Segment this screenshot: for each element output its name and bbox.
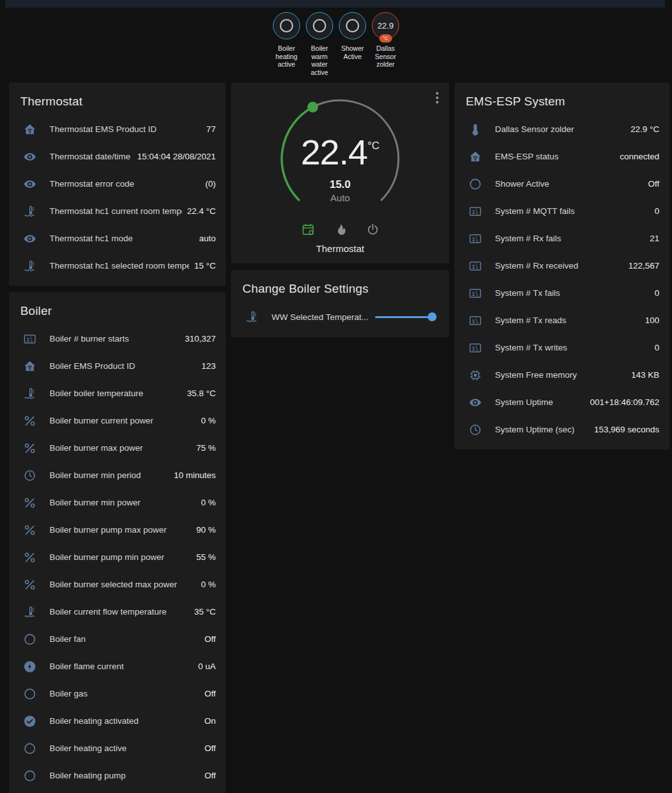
percent-icon xyxy=(20,578,39,592)
entity-value: 35.8 °C xyxy=(182,389,226,398)
entity-value: 0 % xyxy=(196,416,226,425)
entity-value: 35 °C xyxy=(189,607,226,616)
entity-row-thermostat-hc1-mode[interactable]: Thermostat hc1 modeauto xyxy=(9,225,226,252)
entity-row-boiler-burner-pump-min-power[interactable]: Boiler burner pump min power55 % xyxy=(9,543,226,571)
entity-row-system-tx-reads[interactable]: 125System # Tx reads100 xyxy=(454,307,669,334)
entity-row-thermostat-ems-product-id[interactable]: Thermostat EMS Product ID77 xyxy=(9,116,226,143)
entity-row-boiler-heating-pump[interactable]: Boiler heating pumpOff xyxy=(9,762,226,789)
hvac-mode-auto-button[interactable] xyxy=(300,221,317,238)
ww-selected-temperature-row[interactable]: WW Selected Temperat... xyxy=(231,303,449,331)
entity-row-boiler-heating-active[interactable]: Boiler heating activeOff xyxy=(9,735,226,762)
entity-value: 122,567 xyxy=(623,261,669,270)
entity-value: connected xyxy=(615,152,669,161)
entity-label: Thermostat EMS Product ID xyxy=(49,124,201,134)
entity-row-thermostat-date-time[interactable]: Thermostat date/time15:04:04 28/08/2021 xyxy=(9,143,226,170)
hvac-mode-off-button[interactable] xyxy=(364,221,381,238)
entity-row-ems-esp-status[interactable]: EMS-ESP statusconnected xyxy=(454,143,669,170)
entity-value: 21 xyxy=(645,234,669,243)
entity-label: Boiler gas xyxy=(49,689,199,698)
entity-row-boiler-boiler-temperature[interactable]: Boiler boiler temperature35.8 °C xyxy=(9,380,226,407)
entity-value: 0 uA xyxy=(193,662,226,671)
entity-row-system-uptime-sec[interactable]: System Uptime (sec)153,969 seconds xyxy=(454,416,669,443)
entity-row-thermostat-error-code[interactable]: Thermostat error code(0) xyxy=(9,170,226,197)
counter-icon: 125 xyxy=(466,314,485,328)
card-title-boiler: Boiler xyxy=(9,292,226,325)
entity-label: Boiler burner min period xyxy=(49,470,169,480)
entity-label: Shower Active xyxy=(495,179,643,189)
kebab-menu-icon[interactable] xyxy=(434,90,440,105)
badge-dallas-sensor-zolder[interactable]: 22.9°CDallas Sensor zolder xyxy=(370,12,402,76)
clock-icon xyxy=(466,423,485,437)
entity-row-system-uptime[interactable]: System Uptime001+18:46:09.762 xyxy=(454,389,669,416)
hvac-mode-heat-button[interactable] xyxy=(332,221,349,238)
entity-row-system-tx-writes[interactable]: 125System # Tx writes0 xyxy=(454,334,669,361)
entity-value: 0 xyxy=(649,288,669,298)
entity-label: System Uptime (sec) xyxy=(495,425,589,434)
thermometer-water-icon xyxy=(20,259,39,273)
counter-icon: 125 xyxy=(466,259,485,273)
entity-row-boiler-ems-product-id[interactable]: Boiler EMS Product ID123 xyxy=(9,352,226,380)
entity-row-boiler-current-flow-temperature[interactable]: Boiler current flow temperature35 °C xyxy=(9,598,226,625)
entity-label: Boiler burner max power xyxy=(49,443,191,453)
entity-label: Dallas Sensor zolder xyxy=(495,124,626,134)
entity-row-dallas-sensor-zolder[interactable]: Dallas Sensor zolder22.9 °C xyxy=(454,116,669,143)
entity-value: Off xyxy=(199,771,226,780)
entity-row-boiler-burner-current-power[interactable]: Boiler burner current power0 % xyxy=(9,407,226,434)
entity-row-boiler-burner-starts[interactable]: 125Boiler # burner starts310,327 xyxy=(9,325,226,352)
entity-row-boiler-flame-current[interactable]: Boiler flame current0 uA xyxy=(9,653,226,680)
entity-row-boiler-burner-pump-max-power[interactable]: Boiler burner pump max power90 % xyxy=(9,516,226,543)
entity-row-system-free-memory[interactable]: System Free memory143 KB xyxy=(454,361,669,389)
dial-handle xyxy=(307,102,318,112)
entity-row-thermostat-hc1-selected-room-temper[interactable]: Thermostat hc1 selected room temper...15… xyxy=(9,252,226,279)
circle-outline-icon xyxy=(20,769,39,783)
svg-text:5: 5 xyxy=(476,238,478,242)
entity-value: Off xyxy=(199,689,226,698)
entity-row-shower-active[interactable]: Shower ActiveOff xyxy=(454,170,669,197)
entity-row-boiler-burner-min-period[interactable]: Boiler burner min period10 minutes xyxy=(9,462,226,489)
target-temperature: 15.0 xyxy=(231,178,449,191)
entity-row-system-mqtt-fails[interactable]: 125System # MQTT fails0 xyxy=(454,197,669,225)
entity-row-thermostat-hc1-current-room-temper[interactable]: Thermostat hc1 current room temper...22.… xyxy=(9,197,226,225)
entity-value: 0 % xyxy=(196,580,226,589)
thermometer-water-icon xyxy=(242,310,261,324)
entity-row-boiler-fan[interactable]: Boiler fanOff xyxy=(9,625,226,653)
svg-text:5: 5 xyxy=(476,265,478,269)
badge-circle xyxy=(273,12,300,39)
entity-label: Boiler heating active xyxy=(49,743,199,753)
badge-boiler-warm-water-active[interactable]: Boiler warm water active xyxy=(304,12,336,76)
percent-icon xyxy=(20,441,39,455)
badge-shower-active[interactable]: Shower Active xyxy=(337,12,369,76)
entity-row-boiler-gas[interactable]: Boiler gasOff xyxy=(9,680,226,707)
badge-value: 22.9 xyxy=(378,21,393,30)
entity-label: EMS-ESP status xyxy=(495,152,615,161)
entity-value: 0 xyxy=(649,343,669,352)
badge-circle xyxy=(339,12,366,39)
ww-temperature-slider[interactable] xyxy=(375,316,432,318)
slider-handle[interactable] xyxy=(428,312,437,321)
chip-icon xyxy=(466,368,485,382)
badge-circle: 22.9°C xyxy=(372,12,399,39)
entity-row-boiler-heating-activated[interactable]: Boiler heating activatedOn xyxy=(9,707,226,735)
dashboard-grid: Thermostat Thermostat EMS Product ID77Th… xyxy=(9,83,669,793)
eye-icon xyxy=(20,150,39,164)
badge-boiler-heating-active[interactable]: Boiler heating active xyxy=(271,12,303,76)
percent-icon xyxy=(20,523,39,537)
entity-row-system-rx-received[interactable]: 125System # Rx received122,567 xyxy=(454,252,669,279)
entity-row-system-rx-fails[interactable]: 125System # Rx fails21 xyxy=(454,225,669,252)
badge-circle xyxy=(306,12,333,39)
entity-row-boiler-burner-min-power[interactable]: Boiler burner min power0 % xyxy=(9,489,226,516)
entity-value: 10 minutes xyxy=(169,470,226,480)
entity-row-boiler-burner-selected-max-power[interactable]: Boiler burner selected max power0 % xyxy=(9,571,226,598)
entity-row-boiler-burner-max-power[interactable]: Boiler burner max power75 % xyxy=(9,434,226,462)
entity-label: Boiler burner selected max power xyxy=(49,580,196,589)
entity-value: 15 °C xyxy=(189,261,226,270)
entity-value: 143 KB xyxy=(626,370,669,380)
card-title-ems-esp: EMS-ESP System xyxy=(454,83,669,116)
badge-label: Dallas Sensor zolder xyxy=(370,44,402,69)
entity-label: Thermostat hc1 mode xyxy=(49,234,194,243)
entity-row-system-tx-fails[interactable]: 125System # Tx fails0 xyxy=(454,279,669,307)
thermostat-entity-list: Thermostat EMS Product ID77Thermostat da… xyxy=(9,116,226,286)
entity-value: 123 xyxy=(196,361,226,371)
thermostat-card: Thermostat Thermostat EMS Product ID77Th… xyxy=(9,83,226,286)
home-icon xyxy=(20,359,39,373)
